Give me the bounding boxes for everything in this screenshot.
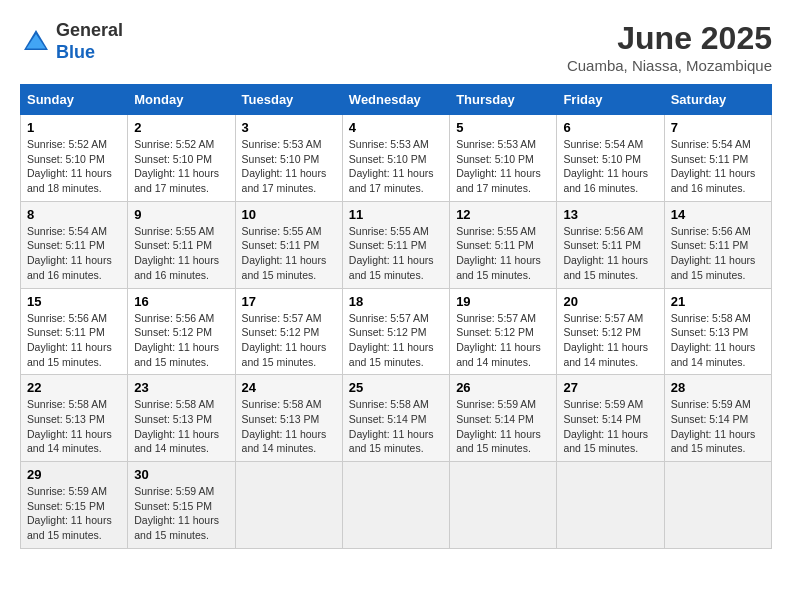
calendar-day-6: 6 Sunrise: 5:54 AMSunset: 5:10 PMDayligh… [557, 115, 664, 202]
header-monday: Monday [128, 85, 235, 115]
day-number: 3 [242, 120, 336, 135]
calendar-day-7: 7 Sunrise: 5:54 AMSunset: 5:11 PMDayligh… [664, 115, 771, 202]
location-title: Cuamba, Niassa, Mozambique [567, 57, 772, 74]
calendar-day-19: 19 Sunrise: 5:57 AMSunset: 5:12 PMDaylig… [450, 288, 557, 375]
calendar-day-28: 28 Sunrise: 5:59 AMSunset: 5:14 PMDaylig… [664, 375, 771, 462]
calendar-day-23: 23 Sunrise: 5:58 AMSunset: 5:13 PMDaylig… [128, 375, 235, 462]
calendar-day-29: 29 Sunrise: 5:59 AMSunset: 5:15 PMDaylig… [21, 462, 128, 549]
day-number: 29 [27, 467, 121, 482]
day-number: 2 [134, 120, 228, 135]
day-info: Sunrise: 5:55 AMSunset: 5:11 PMDaylight:… [242, 224, 336, 283]
calendar-day-30: 30 Sunrise: 5:59 AMSunset: 5:15 PMDaylig… [128, 462, 235, 549]
header-wednesday: Wednesday [342, 85, 449, 115]
day-info: Sunrise: 5:56 AMSunset: 5:11 PMDaylight:… [563, 224, 657, 283]
calendar-day-8: 8 Sunrise: 5:54 AMSunset: 5:11 PMDayligh… [21, 201, 128, 288]
day-info: Sunrise: 5:53 AMSunset: 5:10 PMDaylight:… [349, 137, 443, 196]
day-info: Sunrise: 5:59 AMSunset: 5:14 PMDaylight:… [456, 397, 550, 456]
logo-text: General Blue [56, 20, 123, 63]
day-number: 16 [134, 294, 228, 309]
calendar-day-21: 21 Sunrise: 5:58 AMSunset: 5:13 PMDaylig… [664, 288, 771, 375]
day-number: 11 [349, 207, 443, 222]
day-info: Sunrise: 5:56 AMSunset: 5:11 PMDaylight:… [671, 224, 765, 283]
calendar-day-4: 4 Sunrise: 5:53 AMSunset: 5:10 PMDayligh… [342, 115, 449, 202]
page-header: General Blue June 2025 Cuamba, Niassa, M… [20, 20, 772, 74]
day-info: Sunrise: 5:58 AMSunset: 5:13 PMDaylight:… [671, 311, 765, 370]
header-sunday: Sunday [21, 85, 128, 115]
header-saturday: Saturday [664, 85, 771, 115]
day-info: Sunrise: 5:57 AMSunset: 5:12 PMDaylight:… [563, 311, 657, 370]
calendar-day-10: 10 Sunrise: 5:55 AMSunset: 5:11 PMDaylig… [235, 201, 342, 288]
day-info: Sunrise: 5:54 AMSunset: 5:11 PMDaylight:… [27, 224, 121, 283]
day-number: 10 [242, 207, 336, 222]
day-info: Sunrise: 5:59 AMSunset: 5:15 PMDaylight:… [134, 484, 228, 543]
header-tuesday: Tuesday [235, 85, 342, 115]
calendar-day-24: 24 Sunrise: 5:58 AMSunset: 5:13 PMDaylig… [235, 375, 342, 462]
day-number: 21 [671, 294, 765, 309]
calendar-week-2: 8 Sunrise: 5:54 AMSunset: 5:11 PMDayligh… [21, 201, 772, 288]
day-number: 25 [349, 380, 443, 395]
day-info: Sunrise: 5:54 AMSunset: 5:10 PMDaylight:… [563, 137, 657, 196]
calendar-day-13: 13 Sunrise: 5:56 AMSunset: 5:11 PMDaylig… [557, 201, 664, 288]
header-thursday: Thursday [450, 85, 557, 115]
calendar-header-row: Sunday Monday Tuesday Wednesday Thursday… [21, 85, 772, 115]
calendar-day-18: 18 Sunrise: 5:57 AMSunset: 5:12 PMDaylig… [342, 288, 449, 375]
calendar-day-12: 12 Sunrise: 5:55 AMSunset: 5:11 PMDaylig… [450, 201, 557, 288]
day-number: 1 [27, 120, 121, 135]
calendar-day-11: 11 Sunrise: 5:55 AMSunset: 5:11 PMDaylig… [342, 201, 449, 288]
day-number: 14 [671, 207, 765, 222]
calendar-day-9: 9 Sunrise: 5:55 AMSunset: 5:11 PMDayligh… [128, 201, 235, 288]
calendar-week-1: 1 Sunrise: 5:52 AMSunset: 5:10 PMDayligh… [21, 115, 772, 202]
day-info: Sunrise: 5:59 AMSunset: 5:14 PMDaylight:… [563, 397, 657, 456]
day-info: Sunrise: 5:59 AMSunset: 5:14 PMDaylight:… [671, 397, 765, 456]
day-info: Sunrise: 5:54 AMSunset: 5:11 PMDaylight:… [671, 137, 765, 196]
day-number: 5 [456, 120, 550, 135]
day-info: Sunrise: 5:56 AMSunset: 5:12 PMDaylight:… [134, 311, 228, 370]
calendar-day-15: 15 Sunrise: 5:56 AMSunset: 5:11 PMDaylig… [21, 288, 128, 375]
calendar-week-3: 15 Sunrise: 5:56 AMSunset: 5:11 PMDaylig… [21, 288, 772, 375]
day-info: Sunrise: 5:55 AMSunset: 5:11 PMDaylight:… [134, 224, 228, 283]
day-number: 23 [134, 380, 228, 395]
day-info: Sunrise: 5:55 AMSunset: 5:11 PMDaylight:… [349, 224, 443, 283]
logo: General Blue [20, 20, 123, 63]
day-info: Sunrise: 5:57 AMSunset: 5:12 PMDaylight:… [242, 311, 336, 370]
day-number: 6 [563, 120, 657, 135]
day-info: Sunrise: 5:52 AMSunset: 5:10 PMDaylight:… [134, 137, 228, 196]
calendar-day-14: 14 Sunrise: 5:56 AMSunset: 5:11 PMDaylig… [664, 201, 771, 288]
day-info: Sunrise: 5:53 AMSunset: 5:10 PMDaylight:… [456, 137, 550, 196]
day-info: Sunrise: 5:59 AMSunset: 5:15 PMDaylight:… [27, 484, 121, 543]
day-number: 15 [27, 294, 121, 309]
day-number: 18 [349, 294, 443, 309]
header-friday: Friday [557, 85, 664, 115]
calendar-day-16: 16 Sunrise: 5:56 AMSunset: 5:12 PMDaylig… [128, 288, 235, 375]
calendar-day-2: 2 Sunrise: 5:52 AMSunset: 5:10 PMDayligh… [128, 115, 235, 202]
title-block: June 2025 Cuamba, Niassa, Mozambique [567, 20, 772, 74]
day-number: 7 [671, 120, 765, 135]
calendar-week-5: 29 Sunrise: 5:59 AMSunset: 5:15 PMDaylig… [21, 462, 772, 549]
day-number: 27 [563, 380, 657, 395]
day-number: 17 [242, 294, 336, 309]
day-info: Sunrise: 5:58 AMSunset: 5:13 PMDaylight:… [27, 397, 121, 456]
day-info: Sunrise: 5:58 AMSunset: 5:13 PMDaylight:… [242, 397, 336, 456]
logo-icon [20, 26, 52, 58]
day-info: Sunrise: 5:53 AMSunset: 5:10 PMDaylight:… [242, 137, 336, 196]
day-number: 28 [671, 380, 765, 395]
day-number: 22 [27, 380, 121, 395]
day-info: Sunrise: 5:56 AMSunset: 5:11 PMDaylight:… [27, 311, 121, 370]
day-info: Sunrise: 5:55 AMSunset: 5:11 PMDaylight:… [456, 224, 550, 283]
day-info: Sunrise: 5:57 AMSunset: 5:12 PMDaylight:… [456, 311, 550, 370]
day-number: 26 [456, 380, 550, 395]
calendar-day-25: 25 Sunrise: 5:58 AMSunset: 5:14 PMDaylig… [342, 375, 449, 462]
calendar-day-1: 1 Sunrise: 5:52 AMSunset: 5:10 PMDayligh… [21, 115, 128, 202]
calendar-day-26: 26 Sunrise: 5:59 AMSunset: 5:14 PMDaylig… [450, 375, 557, 462]
day-info: Sunrise: 5:52 AMSunset: 5:10 PMDaylight:… [27, 137, 121, 196]
month-title: June 2025 [567, 20, 772, 57]
calendar-day-27: 27 Sunrise: 5:59 AMSunset: 5:14 PMDaylig… [557, 375, 664, 462]
day-info: Sunrise: 5:57 AMSunset: 5:12 PMDaylight:… [349, 311, 443, 370]
day-number: 12 [456, 207, 550, 222]
calendar-day-3: 3 Sunrise: 5:53 AMSunset: 5:10 PMDayligh… [235, 115, 342, 202]
day-number: 8 [27, 207, 121, 222]
day-number: 24 [242, 380, 336, 395]
day-info: Sunrise: 5:58 AMSunset: 5:14 PMDaylight:… [349, 397, 443, 456]
day-number: 30 [134, 467, 228, 482]
calendar-day-22: 22 Sunrise: 5:58 AMSunset: 5:13 PMDaylig… [21, 375, 128, 462]
